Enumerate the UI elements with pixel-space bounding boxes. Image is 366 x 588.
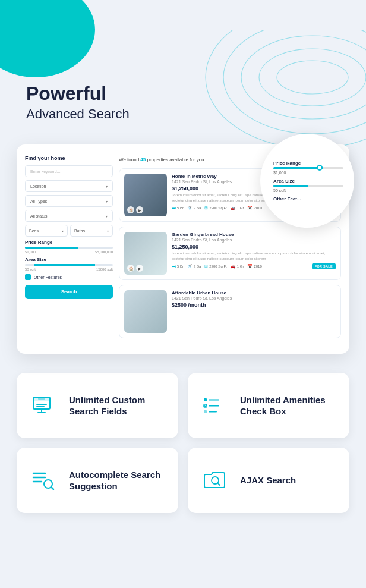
popup-area-value: 50 sqft bbox=[273, 188, 286, 193]
sidebar-title: Find your home bbox=[25, 155, 113, 161]
garage-meta: 🚗1 Gr bbox=[231, 206, 244, 210]
svg-rect-10 bbox=[38, 397, 45, 400]
property-price: $1,250,000 bbox=[172, 244, 336, 250]
video-btn[interactable]: ▶ bbox=[136, 206, 143, 213]
garage-meta: 🚗1 Gr bbox=[231, 264, 244, 269]
photo-btn[interactable]: 🏠 bbox=[127, 265, 134, 272]
baths-select[interactable]: Baths ▾ bbox=[70, 225, 113, 237]
other-features-checkbox[interactable] bbox=[25, 274, 31, 280]
beds-select[interactable]: Beds ▾ bbox=[25, 225, 68, 237]
beds-meta: 🛏5 Br bbox=[172, 264, 184, 268]
ajax-icon bbox=[201, 466, 229, 495]
price-range-labels: $1,000 $5,000,000 bbox=[25, 250, 113, 254]
svg-line-23 bbox=[51, 487, 53, 489]
property-details: Affordable Urban House 1421 San Pedro St… bbox=[172, 290, 336, 333]
search-sidebar: Find your home Enter keyword... Location… bbox=[25, 153, 113, 345]
year-meta: 📅2010 bbox=[247, 264, 261, 269]
property-image bbox=[124, 290, 167, 333]
property-price: $2500 /month bbox=[172, 302, 336, 308]
popup-area-label: Area Size bbox=[273, 178, 295, 184]
beds-meta: 🛏5 Br bbox=[172, 206, 184, 210]
hero-title: Powerful bbox=[26, 83, 340, 104]
property-address: 1421 San Pedro St, Los Angeles bbox=[172, 238, 336, 242]
property-title: Garden Gingerbread House bbox=[172, 232, 336, 237]
popup-price-slider bbox=[273, 167, 343, 169]
all-types-select[interactable]: All Types ▾ bbox=[25, 195, 113, 207]
search-button[interactable]: Search bbox=[25, 285, 113, 299]
svg-line-25 bbox=[217, 483, 220, 485]
feature-card-amenities: Unlimited Amenities Check Box bbox=[188, 373, 349, 438]
svg-rect-17 bbox=[204, 410, 207, 413]
autocomplete-icon bbox=[30, 466, 58, 495]
property-photo bbox=[124, 290, 167, 333]
beds-baths-row: Beds ▾ Baths ▾ bbox=[25, 225, 113, 237]
feature-card-ajax: AJAX Search bbox=[188, 448, 349, 513]
property-meta: 🛏5 Br 🚿3 Ba ⊞2300 Sq.Ft 🚗1 Gr 📅2010 FOR … bbox=[172, 263, 336, 269]
popup-other-label: Other Feat... bbox=[273, 196, 301, 202]
area-size-track[interactable] bbox=[25, 264, 113, 266]
property-title: Affordable Urban House bbox=[172, 290, 336, 295]
area-meta: ⊞2300 Sq.Ft bbox=[204, 206, 226, 210]
popup-price-label: Price Range bbox=[273, 161, 301, 166]
keyword-input[interactable]: Enter keyword... bbox=[25, 165, 113, 177]
area-size-labels: 50 sqft 15000 sqft bbox=[25, 268, 113, 271]
property-details: Garden Gingerbread House 1421 San Pedro … bbox=[172, 232, 336, 275]
baths-meta: 🚿3 Ba bbox=[187, 206, 201, 210]
photo-btn[interactable]: 🏠 bbox=[127, 206, 134, 213]
video-btn[interactable]: ▶ bbox=[136, 265, 143, 272]
svg-rect-13 bbox=[204, 398, 207, 401]
features-grid: Unlimited Custom Search Fields Unlimited… bbox=[0, 368, 366, 525]
feature-card-custom-search: Unlimited Custom Search Fields bbox=[17, 373, 178, 438]
hero-subtitle: Advanced Search bbox=[26, 106, 340, 122]
property-image: 🏠 ▶ bbox=[124, 232, 167, 275]
hero-section: Powerful Advanced Search bbox=[0, 0, 366, 134]
for-sale-badge: FOR SALE bbox=[312, 263, 336, 269]
popup-area-slider bbox=[273, 185, 343, 187]
feature-label-ajax: AJAX Search bbox=[240, 474, 296, 486]
ui-preview-card: Price Range $1,000 Area Size 50 sqft Oth… bbox=[17, 144, 349, 354]
baths-meta: 🚿3 Ba bbox=[187, 264, 201, 269]
price-range-track[interactable] bbox=[25, 247, 113, 249]
feature-label-custom-search: Unlimited Custom Search Fields bbox=[69, 394, 166, 417]
location-select[interactable]: Location ▾ bbox=[25, 180, 113, 192]
property-card[interactable]: 🏠 ▶ Garden Gingerbread House 1421 San Pe… bbox=[119, 227, 341, 280]
feature-card-autocomplete: Autocomplete Search Suggestion bbox=[17, 448, 178, 513]
other-features-row[interactable]: Other Features bbox=[25, 274, 113, 280]
property-description: Lorem ipsum dolor sit amet, sectetur cin… bbox=[172, 251, 336, 261]
property-image: 🏠 ▶ bbox=[124, 174, 167, 216]
year-meta: 📅2010 bbox=[247, 206, 261, 210]
custom-search-icon bbox=[30, 391, 58, 420]
price-range-popup: Price Range $1,000 Area Size 50 sqft Oth… bbox=[260, 134, 354, 228]
popup-price-value: $1,000 bbox=[273, 171, 286, 175]
feature-label-amenities: Unlimited Amenities Check Box bbox=[240, 394, 337, 417]
amenities-icon bbox=[201, 391, 229, 420]
all-status-select[interactable]: All status ▾ bbox=[25, 210, 113, 222]
area-size-label: Area Size bbox=[25, 257, 113, 262]
area-meta: ⊞2300 Sq.Ft bbox=[204, 264, 226, 269]
price-range-label: Price Range bbox=[25, 240, 113, 245]
feature-label-autocomplete: Autocomplete Search Suggestion bbox=[69, 469, 166, 492]
property-address: 1421 San Pedro St, Los Angeles bbox=[172, 296, 336, 300]
property-card[interactable]: Affordable Urban House 1421 San Pedro St… bbox=[119, 285, 341, 338]
